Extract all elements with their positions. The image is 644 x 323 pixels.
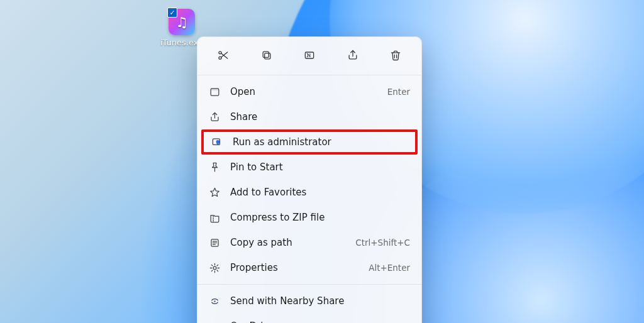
- menu-properties-label: Properties: [230, 262, 369, 273]
- open-icon: [208, 85, 221, 99]
- menu-copy-path-shortcut: Ctrl+Shift+C: [355, 238, 410, 248]
- pin-icon: [208, 160, 221, 174]
- separator: [197, 75, 421, 75]
- menu-nearby-share[interactable]: Send with Nearby Share: [201, 288, 418, 314]
- svg-point-9: [213, 266, 216, 270]
- menu-section-extra: Send with Nearby Share OneDrive ›: [197, 286, 421, 323]
- menu-share[interactable]: Share: [201, 104, 418, 129]
- menu-run-admin-label: Run as administrator: [233, 136, 408, 148]
- svg-rect-4: [305, 52, 313, 58]
- copy-button[interactable]: [255, 46, 279, 67]
- menu-share-label: Share: [230, 111, 410, 123]
- svg-rect-2: [264, 53, 270, 59]
- rename-button[interactable]: [297, 46, 321, 67]
- menu-compress-label: Compress to ZIP file: [230, 212, 410, 223]
- svg-rect-6: [211, 88, 219, 90]
- menu-copy-path-label: Copy as path: [230, 237, 355, 248]
- svg-point-10: [214, 300, 216, 302]
- menu-onedrive[interactable]: OneDrive ›: [201, 314, 418, 323]
- desktop[interactable]: ✓ iTunes.exe: [0, 0, 644, 323]
- menu-pin-label: Pin to Start: [230, 162, 410, 173]
- delete-button[interactable]: [384, 46, 408, 67]
- menu-nearby-label: Send with Nearby Share: [230, 295, 410, 307]
- separator: [197, 284, 421, 285]
- cut-button[interactable]: [211, 46, 235, 67]
- properties-icon: [208, 261, 221, 275]
- itunes-icon: ✓: [169, 9, 195, 35]
- share-arrow-icon: [208, 110, 221, 124]
- menu-copy-as-path[interactable]: Copy as path Ctrl+Shift+C: [201, 230, 418, 255]
- rename-icon: [303, 49, 316, 64]
- menu-open-shortcut: Enter: [387, 87, 410, 97]
- share-button[interactable]: [341, 46, 365, 67]
- menu-open[interactable]: Open Enter: [201, 79, 418, 104]
- star-icon: [208, 185, 221, 199]
- admin-shield-icon: [210, 135, 224, 149]
- menu-pin-to-start[interactable]: Pin to Start: [201, 155, 418, 180]
- menu-properties[interactable]: Properties Alt+Enter: [201, 255, 418, 280]
- chevron-right-icon: ›: [406, 320, 410, 324]
- blank-icon: [208, 319, 221, 323]
- copy-path-icon: [208, 236, 221, 249]
- menu-compress-zip[interactable]: Compress to ZIP file: [201, 205, 418, 230]
- zip-icon: [208, 211, 221, 224]
- menu-section-main: Open Enter Share Run as administrator: [197, 77, 421, 283]
- nearby-share-icon: [208, 294, 221, 308]
- menu-add-favorites[interactable]: Add to Favorites: [201, 180, 418, 205]
- menu-open-label: Open: [230, 86, 387, 97]
- quick-actions-row: [197, 41, 421, 74]
- menu-favorites-label: Add to Favorites: [230, 187, 410, 198]
- copy-icon: [260, 49, 273, 64]
- share-icon: [347, 49, 359, 64]
- svg-rect-3: [263, 52, 269, 57]
- menu-onedrive-label: OneDrive: [230, 320, 406, 323]
- selected-check-icon: ✓: [167, 8, 177, 18]
- trash-icon: [389, 49, 402, 64]
- context-menu: Open Enter Share Run as administrator: [197, 36, 422, 323]
- menu-properties-shortcut: Alt+Enter: [369, 263, 410, 273]
- menu-run-as-administrator[interactable]: Run as administrator: [201, 129, 418, 155]
- scissors-icon: [217, 49, 230, 64]
